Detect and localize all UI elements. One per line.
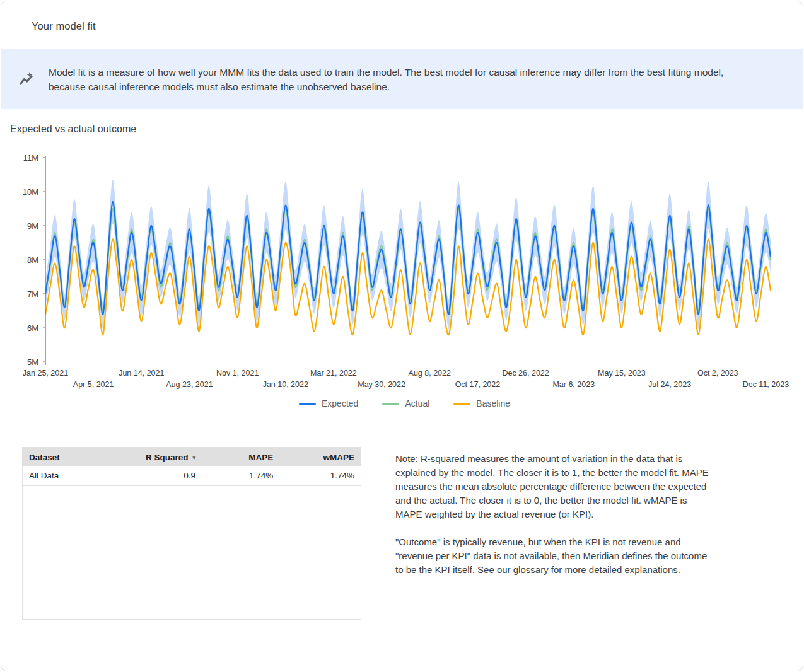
x-tick-label: Apr 5, 2021 [73, 380, 114, 389]
table-header-row: Dataset R Squared▾ MAPE wMAPE [23, 448, 361, 466]
x-tick-label: Dec 26, 2022 [502, 369, 549, 378]
column-header-wmape: wMAPE [279, 448, 361, 466]
x-tick-label: Jan 25, 2021 [23, 369, 68, 378]
x-tick-label: Jul 24, 2023 [648, 380, 691, 389]
cell-mape: 1.74% [202, 466, 279, 485]
y-tick-label: 5M [27, 357, 38, 367]
model-fit-chart: 11M10M9M8M7M6M5MJan 25, 2021Jun 14, 2021… [6, 150, 803, 410]
x-tick-label: Nov 1, 2021 [216, 369, 259, 378]
actual-line-swatch [382, 403, 399, 405]
y-tick-label: 10M [23, 187, 38, 197]
x-tick-label: Aug 23, 2021 [166, 380, 213, 389]
chart-legend: Expected Actual Baseline [6, 397, 803, 410]
x-tick-label: Jun 14, 2021 [119, 369, 164, 378]
legend-item-actual: Actual [382, 398, 429, 408]
banner-text: Model fit is a measure of how well your … [49, 65, 736, 94]
column-header-mape: MAPE [202, 448, 279, 466]
column-header-dataset: Dataset [23, 448, 114, 466]
baseline-line-swatch [453, 403, 470, 405]
table-row-all-data: All Data 0.9 1.74% 1.74% [23, 466, 361, 485]
x-tick-label: Oct 2, 2023 [697, 369, 738, 378]
y-tick-label: 8M [27, 255, 38, 265]
model-fit-info-banner: Model fit is a measure of how well your … [1, 49, 803, 109]
legend-item-expected: Expected [299, 398, 358, 408]
legend-label-expected: Expected [322, 398, 358, 408]
cell-dataset: All Data [23, 466, 114, 485]
y-tick-label: 9M [27, 221, 38, 231]
model-fit-metrics-table: Dataset R Squared▾ MAPE wMAPE All Data 0… [22, 447, 361, 620]
x-tick-label: Mar 6, 2023 [552, 380, 595, 389]
model-fit-chart-svg: 11M10M9M8M7M6M5MJan 25, 2021Jun 14, 2021… [6, 150, 801, 390]
y-tick-label: 11M [23, 153, 38, 163]
insights-icon [18, 70, 37, 89]
column-header-r-squared[interactable]: R Squared▾ [114, 448, 202, 466]
model-fit-card: Your model fit Model fit is a measure of… [1, 1, 803, 671]
sort-desc-icon[interactable]: ▾ [193, 455, 196, 461]
table-empty-area [23, 486, 361, 619]
x-tick-label: May 15, 2023 [598, 369, 646, 378]
expected-line-swatch [299, 403, 316, 405]
note-text: Note: R-squared measures the amount of v… [395, 447, 711, 577]
legend-item-baseline: Baseline [453, 398, 510, 408]
card-header: Your model fit [1, 1, 803, 49]
page-title: Your model fit [32, 20, 803, 32]
note-paragraph-2: "Outcome" is typically revenue, but when… [395, 535, 711, 577]
x-tick-label: Oct 17, 2022 [455, 380, 501, 389]
y-tick-label: 7M [27, 289, 38, 299]
note-paragraph-1: Note: R-squared measures the amount of v… [395, 452, 711, 521]
cell-r-squared: 0.9 [114, 466, 202, 485]
x-tick-label: Mar 21, 2022 [310, 369, 357, 378]
x-tick-label: Jan 10, 2022 [263, 380, 308, 389]
x-tick-label: Dec 11, 2023 [743, 380, 789, 389]
legend-label-baseline: Baseline [476, 398, 510, 408]
bottom-section: Dataset R Squared▾ MAPE wMAPE All Data 0… [1, 447, 803, 620]
x-tick-label: Aug 8, 2022 [409, 369, 451, 378]
x-tick-label: May 30, 2022 [358, 380, 405, 389]
chart-title: Expected vs actual outcome [10, 124, 803, 135]
legend-label-actual: Actual [405, 398, 429, 408]
credible-interval-band [45, 180, 771, 329]
cell-wmape: 1.74% [279, 466, 361, 485]
y-tick-label: 6M [27, 323, 38, 333]
